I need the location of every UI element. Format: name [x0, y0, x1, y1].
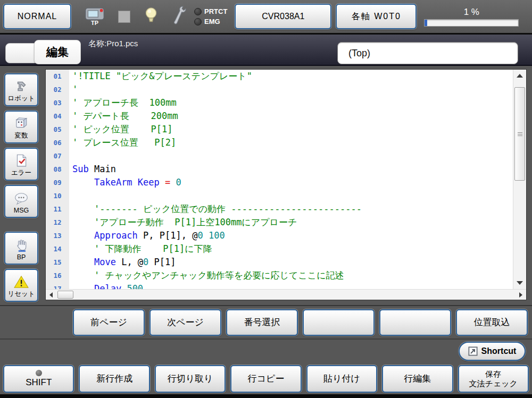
- function-button-行コピー[interactable]: 行コピー: [230, 365, 301, 393]
- status-indicators: PRTCT EMG: [194, 7, 227, 26]
- code-text: ' プレース位置 P[2]: [69, 136, 513, 149]
- message-icon: [14, 191, 29, 206]
- function-button-label: 行編集: [404, 374, 431, 384]
- code-line[interactable]: 11 '------- ピック位置での動作 ------------------…: [46, 202, 513, 216]
- line-number: 02: [46, 83, 69, 96]
- function-button-label: 行切り取り: [168, 374, 213, 384]
- page-button-blank[interactable]: [379, 309, 451, 336]
- code-text: TakeArm Keep = 0: [69, 176, 513, 189]
- code-line[interactable]: 12 'アプローチ動作 P[1]上空100mmにアプローチ: [46, 216, 513, 229]
- line-number: 03: [46, 96, 69, 109]
- function-button-SHIFT[interactable]: SHIFT: [3, 365, 74, 393]
- line-number: 05: [46, 123, 69, 136]
- page-button-前ページ[interactable]: 前ページ: [73, 309, 145, 336]
- code-line[interactable]: 04' デパート長 200mm: [46, 109, 513, 123]
- page-button-blank[interactable]: [303, 309, 375, 336]
- horizontal-scrollbar[interactable]: [46, 289, 526, 300]
- shortcut-icon: [468, 346, 478, 356]
- code-text: ': [69, 83, 513, 96]
- mode-button[interactable]: NORMAL: [3, 4, 71, 29]
- robot-icon: [14, 79, 28, 94]
- function-button-貼り付け[interactable]: 貼り付け: [306, 365, 377, 393]
- shortcut-label: Shortcut: [481, 346, 517, 356]
- sidebar-button-リセット[interactable]: リセット: [4, 269, 38, 302]
- page-button-次ページ[interactable]: 次ページ: [149, 309, 221, 336]
- code-line[interactable]: 10: [46, 189, 513, 202]
- tab-edit[interactable]: 編集: [34, 40, 81, 64]
- code-text: ' チャックやアンチャック動作等を必要に応じてここに記述: [69, 269, 513, 282]
- code-text: Sub Main: [69, 163, 513, 176]
- code-text: Move L, @0 P[1]: [69, 256, 513, 269]
- hand-icon: [14, 238, 28, 253]
- sidebar-button-label: BP: [17, 253, 26, 261]
- code-line[interactable]: 03' アプローチ長 100mm: [46, 96, 513, 109]
- code-text: ' 下降動作 P[1]に下降: [69, 242, 513, 256]
- scroll-up-icon[interactable]: [517, 74, 523, 78]
- code-line[interactable]: 13 Approach P, P[1], @0 100: [46, 229, 513, 242]
- code-line[interactable]: 09 TakeArm Keep = 0: [46, 176, 513, 189]
- function-button-行編集[interactable]: 行編集: [382, 365, 453, 393]
- code-line[interactable]: 16 ' チャックやアンチャック動作等を必要に応じてここに記述: [46, 269, 513, 282]
- code-text: ' アプローチ長 100mm: [69, 96, 513, 109]
- shortcut-row: Shortcut: [0, 338, 532, 363]
- page-button-位置取込[interactable]: 位置取込: [456, 309, 528, 336]
- scroll-right-icon[interactable]: [519, 292, 522, 298]
- code-editor[interactable]: 01'!TITLE "ピック&プレーステンプレート"02'03' アプローチ長 …: [45, 69, 527, 300]
- axis-mode-button[interactable]: 各軸 W0T0: [336, 4, 417, 29]
- horizontal-scroll-thumb[interactable]: [57, 291, 73, 299]
- function-button-新行作成[interactable]: 新行作成: [79, 365, 149, 393]
- sidebar-button-変数[interactable]: 変数: [4, 111, 38, 143]
- emg-indicator: EMG: [194, 18, 227, 26]
- speed-progress-fill: [425, 20, 427, 26]
- function-button-label: 貼り付け: [323, 374, 360, 384]
- sidebar-button-label: ロボット: [7, 94, 35, 103]
- line-number: 16: [46, 269, 69, 282]
- sidebar-button-MSG[interactable]: MSG: [4, 185, 38, 218]
- sidebar-button-BP[interactable]: BP: [4, 232, 38, 265]
- vertical-scrollbar[interactable]: [513, 70, 526, 289]
- code-line[interactable]: 01'!TITLE "ピック&プレーステンプレート": [46, 70, 513, 83]
- scroll-down-icon[interactable]: [517, 281, 523, 285]
- wrench-icon: [171, 5, 187, 28]
- code-text: '------- ピック位置での動作 ---------------------…: [69, 202, 513, 216]
- program-name-label: 名称:Pro1.pcs: [88, 39, 138, 49]
- scroll-left-icon[interactable]: [49, 292, 53, 298]
- speed-progress-bar: [424, 19, 519, 27]
- dot-icon: [36, 370, 42, 376]
- function-button-label: SHIFT: [26, 377, 52, 388]
- emg-label: EMG: [204, 18, 220, 26]
- main-area: ロボット変数エラーMSGBPリセット 01'!TITLE "ピック&プレーステン…: [0, 66, 532, 305]
- code-line[interactable]: 06' プレース位置 P[2]: [46, 136, 513, 149]
- vertical-scroll-thumb[interactable]: [514, 87, 525, 181]
- code-line[interactable]: 05' ピック位置 P[1]: [46, 123, 513, 136]
- sidebar-button-ロボット[interactable]: ロボット: [4, 73, 38, 106]
- line-number: 01: [46, 70, 69, 83]
- tab-blank[interactable]: [5, 43, 36, 63]
- sidebar-button-エラー[interactable]: エラー: [4, 148, 38, 181]
- function-button-label: 行コピー: [248, 374, 285, 384]
- tp-pendant-icon: TP: [83, 7, 106, 26]
- function-button-保存[interactable]: 保存 文法チェック: [458, 365, 529, 393]
- footer-strip: [0, 394, 532, 398]
- prtct-indicator: PRTCT: [194, 7, 227, 15]
- function-button-行切り取り[interactable]: 行切り取り: [155, 365, 226, 393]
- title-bar: 編集 名称:Pro1.pcs (Top): [0, 35, 532, 66]
- code-line[interactable]: 08Sub Main: [46, 163, 513, 176]
- function-button-label: 新行作成: [96, 374, 132, 384]
- code-line[interactable]: 14 ' 下降動作 P[1]に下降: [46, 242, 513, 256]
- page-button-番号選択[interactable]: 番号選択: [226, 309, 298, 336]
- controller-button[interactable]: CVR038A1: [235, 4, 331, 29]
- code-line[interactable]: 02': [46, 83, 513, 96]
- code-text: '!TITLE "ピック&プレーステンプレート": [69, 70, 513, 83]
- code-line[interactable]: 15 Move L, @0 P[1]: [46, 256, 513, 269]
- code-line[interactable]: 17 Delay 500: [46, 282, 513, 289]
- code-line[interactable]: 07: [46, 149, 513, 163]
- shortcut-button[interactable]: Shortcut: [459, 342, 526, 361]
- function-button-label: 保存 文法チェック: [469, 369, 518, 388]
- sidebar-button-label: MSG: [14, 207, 29, 214]
- sidebar-button-label: エラー: [11, 168, 31, 177]
- page-button-row: 前ページ次ページ番号選択位置取込: [0, 305, 532, 338]
- scope-field[interactable]: (Top): [337, 42, 518, 64]
- function-button-row: SHIFT新行作成行切り取り行コピー貼り付け行編集保存 文法チェック: [0, 363, 532, 394]
- code-listing[interactable]: 01'!TITLE "ピック&プレーステンプレート"02'03' アプローチ長 …: [46, 70, 513, 289]
